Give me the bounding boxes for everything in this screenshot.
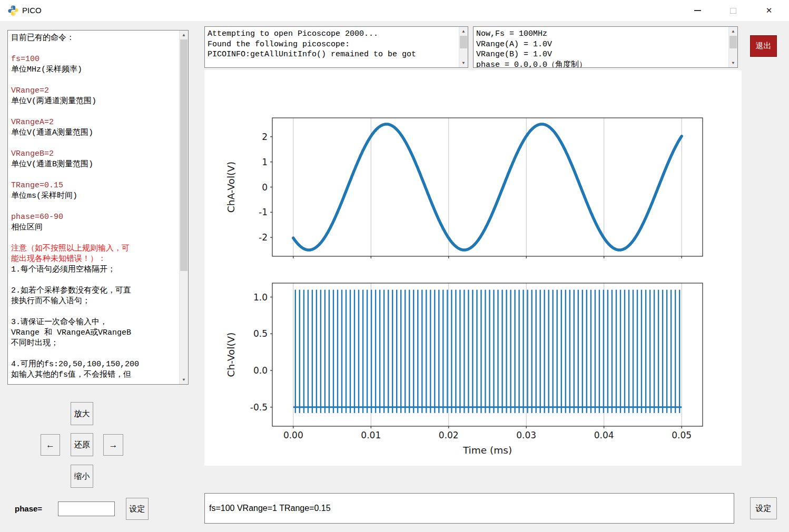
help-line: phase=60-90 bbox=[11, 212, 177, 223]
arrow-down-icon: ▼ bbox=[732, 61, 735, 65]
maximize-button[interactable] bbox=[721, 0, 745, 21]
log-console-text: Attempting to open Picoscope 2000...Foun… bbox=[208, 29, 457, 60]
help-line: 2.如若个采样参数没有变化，可直 bbox=[11, 286, 177, 296]
help-line: 不同时出现； bbox=[11, 338, 177, 349]
help-line bbox=[11, 44, 177, 54]
help-line: 目前已有的命令： bbox=[11, 33, 177, 44]
help-line bbox=[11, 349, 177, 359]
y-axis-label: Ch-Vol(V) bbox=[225, 332, 236, 377]
waveform-channel-a bbox=[293, 124, 682, 250]
help-scrollbar[interactable]: ▲ ▼ bbox=[179, 31, 188, 384]
log-console-scrollbar[interactable]: ▲ ▼ bbox=[459, 27, 468, 67]
x-tick-label: 0.04 bbox=[594, 430, 614, 440]
close-button[interactable]: ✕ bbox=[757, 0, 781, 21]
help-line: 能出现各种未知错误！）： bbox=[11, 254, 177, 265]
x-tick-label: 0.03 bbox=[516, 430, 536, 440]
help-line: VRangeB=2 bbox=[11, 149, 177, 159]
zoom-in-button[interactable]: 放大 bbox=[71, 402, 93, 425]
y-axis-label: ChA-Vol(V) bbox=[225, 162, 236, 213]
help-line bbox=[11, 275, 177, 286]
phase-label: phase= bbox=[15, 504, 42, 513]
oscilloscope-canvas: -2-1012ChA-Vol(V)0.000.010.020.030.040.0… bbox=[204, 70, 742, 466]
command-help-panel[interactable]: 目前已有的命令： fs=100单位MHz(采样频率) VRange=2单位V(两… bbox=[7, 30, 189, 385]
help-line: 注意（如不按照以上规则输入，可 bbox=[11, 244, 177, 254]
help-line bbox=[11, 75, 177, 86]
y-tick-label: -0.5 bbox=[250, 402, 268, 413]
y-tick-label: 1 bbox=[262, 157, 268, 167]
help-line: 相位区间 bbox=[11, 223, 177, 233]
scroll-up-button[interactable]: ▲ bbox=[180, 31, 188, 39]
y-tick-label: 0.0 bbox=[253, 365, 268, 376]
help-line: 单位V(通道A测量范围) bbox=[11, 128, 177, 138]
zoom-out-button[interactable]: 缩小 bbox=[71, 465, 93, 488]
arrow-up-icon: ▲ bbox=[183, 33, 185, 37]
help-line: 1.每个语句必须用空格隔开； bbox=[11, 265, 177, 275]
minimize-button[interactable] bbox=[685, 0, 709, 21]
subplot-channel-b: 0.000.010.020.030.040.05-0.50.00.51.0Tim… bbox=[225, 283, 703, 456]
y-tick-label: 0 bbox=[262, 182, 268, 193]
console-line: VRange(B) = 1.0V bbox=[476, 49, 726, 60]
scroll-thumb[interactable] bbox=[729, 36, 737, 48]
phase-input[interactable] bbox=[58, 501, 115, 516]
y-tick-label: 1.0 bbox=[253, 292, 268, 303]
help-line: 4.可用的fs:20,50,100,150,200 bbox=[11, 359, 177, 370]
x-tick-label: 0.01 bbox=[361, 430, 381, 440]
status-console-text: Now,Fs = 100MHzVRange(A) = 1.0VVRange(B)… bbox=[476, 29, 726, 68]
exit-button[interactable]: 退出 bbox=[750, 35, 777, 57]
help-line: 单位MHz(采样频率) bbox=[11, 65, 177, 75]
help-line: VRangeA=2 bbox=[11, 117, 177, 128]
help-line: 3.请保证一次命令输入中， bbox=[11, 317, 177, 328]
help-line: 单位V(通道B测量范围) bbox=[11, 159, 177, 170]
subplot-channel-a: -2-1012ChA-Vol(V) bbox=[225, 118, 703, 258]
help-line bbox=[11, 202, 177, 212]
help-line bbox=[11, 170, 177, 180]
restore-button[interactable]: 还原 bbox=[71, 433, 93, 456]
waveform-channel-b bbox=[295, 290, 679, 413]
help-line: 单位ms(采样时间) bbox=[11, 191, 177, 202]
x-tick-label: 0.05 bbox=[672, 430, 692, 440]
scroll-thumb[interactable] bbox=[460, 36, 467, 48]
pan-right-button[interactable]: → bbox=[103, 434, 123, 456]
help-line bbox=[11, 107, 177, 117]
python-logo-icon bbox=[7, 5, 19, 16]
scroll-thumb[interactable] bbox=[180, 39, 188, 271]
status-console[interactable]: Now,Fs = 100MHzVRange(A) = 1.0VVRange(B)… bbox=[473, 26, 738, 68]
console-line: Found the following picoscope: bbox=[208, 39, 457, 50]
y-tick-label: -1 bbox=[259, 207, 268, 217]
title-bar: PICO ✕ bbox=[0, 0, 789, 21]
help-line: 单位V(两通道测量范围) bbox=[11, 96, 177, 107]
x-tick-label: 0.00 bbox=[283, 430, 303, 440]
console-line: Now,Fs = 100MHz bbox=[476, 29, 726, 39]
help-line: TRange=0.15 bbox=[11, 180, 177, 191]
scroll-down-button[interactable]: ▼ bbox=[729, 58, 737, 67]
pan-left-button[interactable]: ← bbox=[41, 434, 60, 456]
command-set-button[interactable]: 设定 bbox=[750, 497, 777, 519]
window-title: PICO bbox=[22, 0, 42, 21]
y-tick-label: 2 bbox=[262, 132, 268, 142]
phase-set-button[interactable]: 设定 bbox=[126, 498, 149, 520]
help-line: fs=100 bbox=[11, 54, 177, 65]
scroll-down-button[interactable]: ▼ bbox=[180, 375, 188, 384]
help-line: 接执行而不输入语句； bbox=[11, 296, 177, 307]
help-line: VRange=2 bbox=[11, 86, 177, 96]
status-console-scrollbar[interactable]: ▲ ▼ bbox=[728, 27, 737, 67]
command-input[interactable] bbox=[204, 493, 734, 524]
help-line bbox=[11, 138, 177, 149]
scroll-up-button[interactable]: ▲ bbox=[459, 27, 468, 36]
help-line: VRange 和 VRangeA或VRangeB bbox=[11, 328, 177, 338]
console-line: VRange(A) = 1.0V bbox=[476, 39, 726, 50]
scroll-down-button[interactable]: ▼ bbox=[459, 58, 468, 67]
scroll-up-button[interactable]: ▲ bbox=[729, 27, 737, 36]
console-line: Attempting to open Picoscope 2000... bbox=[208, 29, 457, 39]
log-console[interactable]: Attempting to open Picoscope 2000...Foun… bbox=[204, 26, 468, 68]
maximize-icon bbox=[730, 8, 736, 14]
help-line bbox=[11, 307, 177, 317]
x-axis-label: Time (ms) bbox=[462, 445, 512, 456]
y-tick-label: 0.5 bbox=[253, 328, 268, 339]
arrow-up-icon: ▲ bbox=[462, 29, 465, 34]
command-help-text: 目前已有的命令： fs=100单位MHz(采样频率) VRange=2单位V(两… bbox=[11, 33, 177, 380]
console-line: phase = 0.0,0.0（角度制） bbox=[476, 60, 726, 68]
arrow-down-icon: ▼ bbox=[183, 377, 185, 382]
help-line: 如输入其他的fs值，不会报错，但 bbox=[11, 370, 177, 380]
help-line bbox=[11, 233, 177, 244]
